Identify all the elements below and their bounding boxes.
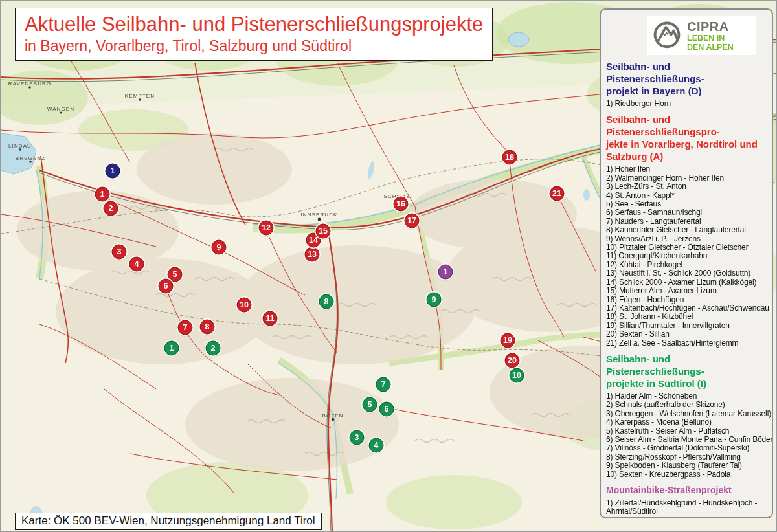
legend-heading-suedtirol: Seilbahn- und Pistenerschließungs- proje…: [606, 353, 767, 390]
map-city-label: KEMPTEN: [125, 93, 155, 99]
map-marker-austria-17: 17: [405, 214, 420, 228]
map-city-label: RAVENSBURG: [8, 81, 51, 87]
map-source-caption: Karte: ÖK 500 BEV-Wien, Nutzungsgenehmig…: [15, 513, 322, 530]
logo-name: CIPRA: [687, 19, 734, 34]
legend-item: 18) St. Johann - Kitzbühel: [606, 313, 767, 321]
legend-item: 1) Riedberger Horn: [606, 100, 767, 108]
map-poster: RAVENSBURGWANGENKEMPTENLINDAUBREGENZINNS…: [0, 0, 777, 532]
map-marker-austria-16: 16: [394, 197, 409, 212]
map-marker-austria-13: 13: [305, 247, 320, 262]
map-marker-austria-1: 1: [95, 187, 110, 202]
map-marker-austria-6: 6: [159, 279, 174, 294]
map-marker-mountainbike-1: 1: [438, 265, 453, 280]
map-marker-austria-12: 12: [259, 221, 274, 236]
map-marker-suedtirol-9: 9: [427, 293, 442, 307]
map-marker-austria-9: 9: [212, 240, 227, 255]
legend-panel: CIPRA LEBEN IN DEN ALPEN Seilbahn- und P…: [600, 8, 773, 518]
legend-item: 5) Kastelruth - Seiser Alm - Puflatsch: [606, 427, 767, 436]
legend-item: 19) Sillian/Thurntaler - Innervillgraten: [606, 322, 767, 330]
map-marker-austria-20: 20: [505, 353, 520, 368]
logo-tagline-2: DEN ALPEN: [687, 43, 734, 52]
map-marker-austria-2: 2: [104, 201, 118, 216]
legend-item: 21) Zell a. See - Saalbach/Hinterglemm: [606, 339, 767, 348]
legend-item: 4) Karerpass - Moena (Belluno): [606, 418, 767, 427]
legend-item: 3) Lech-Zürs - St. Anton: [606, 183, 767, 191]
map-marker-austria-4: 4: [130, 257, 144, 272]
legend-list-bayern: 1) Riedberger Horn: [606, 100, 767, 108]
lake-chiemsee: [508, 32, 529, 47]
legend-item: 1) Hoher Ifen: [606, 165, 767, 173]
title-box: Aktuelle Seilbahn- und Pistenerschließun…: [15, 8, 493, 61]
legend-item: 10) Pitztaler Gletscher - Ötztaler Glets…: [606, 243, 767, 252]
legend-item: 1) Zillertal/Hundskehlgrund - Hundskehlj…: [606, 499, 767, 516]
legend-item: 10) Sexten - Kreuzbergpass - Padola: [606, 471, 767, 479]
map-city-label: INNSBRUCK: [300, 212, 337, 217]
map-marker-austria-21: 21: [550, 186, 565, 201]
legend-heading-bayern: Seilbahn- und Pistenerschließungs- proje…: [606, 60, 767, 97]
legend-item: 6) Serfaus - Samnaun/Ischgl: [606, 208, 767, 217]
map-city-label: BREGENZ: [16, 155, 45, 161]
legend-item: 11) Obergurgl/Kirchenkarbahn: [606, 252, 767, 260]
map-marker-austria-3: 3: [112, 245, 127, 260]
map-marker-austria-15: 15: [316, 224, 331, 239]
map-marker-suedtirol-2: 2: [206, 341, 221, 356]
map-marker-austria-7: 7: [178, 320, 193, 335]
page-subtitle: in Bayern, Vorarlberg, Tirol, Salzburg u…: [25, 37, 483, 55]
legend-item: 3) Obereggen - Welschnofen (Latemar Karu…: [606, 410, 767, 418]
map-marker-austria-8: 8: [200, 320, 215, 335]
map-marker-austria-10: 10: [237, 298, 252, 313]
map-marker-suedtirol-3: 3: [350, 430, 365, 445]
map-marker-suedtirol-6: 6: [379, 402, 394, 417]
map-marker-austria-19: 19: [501, 333, 515, 348]
map-marker-suedtirol-10: 10: [510, 368, 524, 383]
cipra-logo: CIPRA LEBEN IN DEN ALPEN: [648, 16, 756, 55]
map-marker-suedtirol-4: 4: [369, 438, 384, 453]
legend-list-suedtirol: 1) Haider Alm - Schöneben2) Schnals (auß…: [606, 392, 767, 479]
legend-heading-mountainbike: Mountainbike-Straßenprojekt: [606, 484, 767, 496]
legend-item: 7) Nauders - Langtauferertal: [606, 217, 767, 226]
legend-item: 12) Kühtai - Pirchkogel: [606, 261, 767, 269]
map-marker-suedtirol-8: 8: [319, 294, 334, 309]
map-marker-austria-18: 18: [502, 150, 517, 165]
map-city-label: WANGEN: [47, 106, 74, 112]
map-marker-suedtirol-5: 5: [363, 397, 377, 412]
legend-item: 17) Kaltenbach/Hochfügen - Aschau/Schwen…: [606, 304, 767, 313]
legend-item: 2) Schnals (außerhalb der Skizone): [606, 401, 767, 409]
legend-item: 15) Mutterer Alm - Axamer Lizum: [606, 287, 767, 295]
map-city-label: LINDAU: [8, 143, 32, 149]
legend-item: 6) Seiser Alm - Saltria Monte Pana - Cun…: [606, 436, 767, 444]
map-city-label: BOZEN: [322, 413, 343, 419]
page-title: Aktuelle Seilbahn- und Pistenerschließun…: [25, 12, 483, 37]
logo-tagline-1: LEBEN IN: [687, 34, 734, 43]
map-marker-bayern-1: 1: [106, 164, 120, 179]
legend-list-mountainbike: 1) Zillertal/Hundskehlgrund - Hundskehlj…: [606, 499, 767, 516]
legend-item: 5) See - Serfaus: [606, 200, 767, 208]
map-marker-austria-11: 11: [263, 311, 278, 326]
legend-item: 9) Wenns/Arzl i. P. - Jerzens: [606, 235, 767, 243]
legend-item: 16) Fügen - Hochfügen: [606, 296, 767, 304]
mountain-logo-icon: [651, 19, 682, 52]
legend-list-austria: 1) Hoher Ifen2) Walmendinger Horn - Hohe…: [606, 165, 767, 348]
legend-item: 4) St. Anton - Kappl*: [606, 192, 767, 200]
legend-item: 20) Sexten - Sillian: [606, 330, 767, 338]
legend-item: 8) Sterzing/Rosskopf - Pflersch/Vallming: [606, 453, 767, 461]
legend-item: 1) Haider Alm - Schöneben: [606, 392, 767, 401]
legend-item: 8) Kaunertaler Gletscher - Langtauferert…: [606, 226, 767, 234]
legend-item: 14) Schlick 2000 - Axamer Lizum (Kalkkög…: [606, 278, 767, 287]
map-marker-suedtirol-1: 1: [164, 341, 179, 356]
legend-item: 9) Speikboden - Klausberg (Tauferer Tal): [606, 461, 767, 470]
legend-item: 2) Walmendinger Horn - Hoher Ifen: [606, 174, 767, 183]
legend-heading-austria: Seilbahn- und Pistenerschließungspro- je…: [606, 113, 767, 162]
legend-item: 13) Neustift i. St. - Schlick 2000 (Gold…: [606, 269, 767, 278]
legend-item: 7) Villnöss - Grödnertal (Dolomiti-Super…: [606, 444, 767, 452]
map-marker-suedtirol-7: 7: [376, 377, 391, 392]
